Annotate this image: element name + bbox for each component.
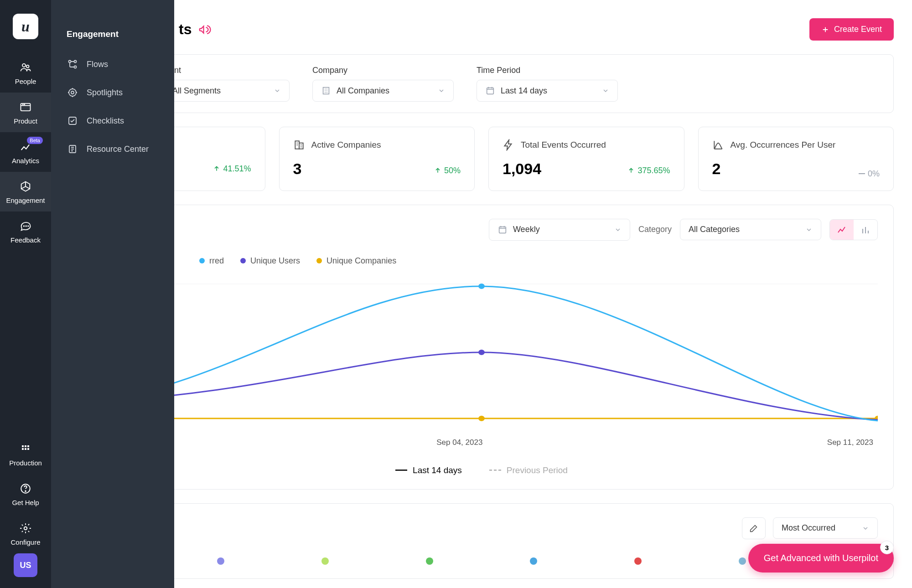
- user-dot[interactable]: [217, 557, 224, 565]
- edit-button[interactable]: [742, 517, 766, 539]
- nav-configure[interactable]: Configure: [0, 514, 51, 553]
- filter-bar: Segment All Segments Company All Compani…: [69, 54, 894, 113]
- feedback-icon: [18, 219, 33, 233]
- period-legend: Last 14 days Previous Period: [85, 465, 878, 475]
- bar-view-button[interactable]: [854, 220, 877, 240]
- building-icon: [321, 86, 331, 96]
- calendar-icon: [497, 225, 508, 235]
- create-event-button[interactable]: Create Event: [809, 18, 894, 41]
- checklists-icon: [67, 115, 78, 127]
- svg-point-16: [24, 527, 27, 530]
- period-label: Time Period: [477, 66, 618, 75]
- help-icon: [18, 481, 33, 496]
- nav-people[interactable]: People: [0, 53, 51, 93]
- svg-point-6: [26, 226, 26, 226]
- svg-point-3: [23, 104, 23, 105]
- category-label: Category: [638, 225, 672, 234]
- category-select[interactable]: All Categories: [680, 219, 821, 240]
- nav-engagement[interactable]: Engagement: [0, 172, 51, 211]
- user-dot[interactable]: [739, 557, 746, 565]
- svg-rect-8: [22, 445, 24, 447]
- svg-rect-13: [27, 448, 29, 450]
- legend-item: Unique Companies: [316, 256, 396, 266]
- chevron-down-icon: [862, 525, 869, 532]
- page-title: ts: [179, 21, 212, 38]
- spotlights-icon: [67, 87, 78, 98]
- flows-icon: [67, 58, 78, 70]
- apps-grid-icon: [18, 442, 33, 456]
- chevron-down-icon: [274, 87, 281, 94]
- stat-cards: 41.51% Active Companies 3 50% Total Even…: [69, 127, 894, 191]
- submenu-resource-center[interactable]: Resource Center: [51, 135, 174, 163]
- svg-point-34: [478, 350, 485, 355]
- stat-change: 50%: [434, 166, 461, 175]
- stat-change: 0%: [859, 169, 880, 179]
- svg-point-17: [69, 61, 71, 63]
- svg-point-1: [26, 65, 29, 68]
- nav-feedback[interactable]: Feedback: [0, 211, 51, 251]
- people-icon: [18, 60, 33, 75]
- company-select[interactable]: All Companies: [312, 80, 454, 102]
- submenu-checklists[interactable]: Checklists: [51, 107, 174, 135]
- user-avatar[interactable]: US: [14, 553, 37, 577]
- submenu-spotlights[interactable]: Spotlights: [51, 78, 174, 107]
- svg-point-4: [24, 104, 25, 105]
- svg-rect-26: [323, 88, 329, 94]
- submenu-flows[interactable]: Flows: [51, 50, 174, 78]
- svg-point-5: [24, 226, 24, 226]
- cta-button[interactable]: Get Advanced with Userpilot: [748, 544, 894, 573]
- plus-icon: [821, 26, 829, 34]
- svg-point-7: [28, 226, 28, 226]
- stat-card-avg-occurrences: Avg. Occurrences Per User 2 0%: [698, 127, 894, 191]
- user-dot[interactable]: [530, 557, 537, 565]
- nav-product[interactable]: Product: [0, 93, 51, 132]
- submenu-title: Engagement: [51, 23, 174, 50]
- company-label: Company: [312, 66, 454, 75]
- chevron-down-icon: [602, 87, 609, 94]
- nav-production[interactable]: Production: [0, 434, 51, 474]
- line-view-button[interactable]: [830, 220, 854, 240]
- megaphone-icon: [198, 23, 212, 36]
- svg-rect-27: [487, 88, 494, 94]
- legend-item: rred: [199, 256, 224, 266]
- period-select[interactable]: Last 14 days: [477, 80, 618, 102]
- svg-point-35: [478, 284, 485, 289]
- chart-panel: Weekly Category All Categories rred: [69, 205, 894, 490]
- cta-badge: 3: [880, 541, 894, 554]
- topbar: ts Create Event: [51, 0, 912, 41]
- svg-point-19: [74, 61, 77, 63]
- calendar-icon: [485, 86, 495, 96]
- svg-rect-12: [25, 448, 26, 450]
- user-dot[interactable]: [634, 557, 642, 565]
- building-icon: [293, 139, 305, 151]
- beta-badge: Beta: [27, 137, 43, 144]
- stat-change: 375.65%: [627, 166, 670, 175]
- nav-help[interactable]: Get Help: [0, 474, 51, 514]
- gear-icon: [18, 521, 33, 536]
- chevron-down-icon: [805, 226, 813, 233]
- svg-point-18: [74, 66, 77, 68]
- stat-card-active-companies: Active Companies 3 50%: [279, 127, 475, 191]
- svg-point-32: [478, 416, 485, 421]
- svg-point-15: [25, 491, 26, 492]
- app-logo[interactable]: u: [13, 14, 38, 39]
- main-content: ts Create Event Segment All Segments: [51, 0, 912, 579]
- chevron-down-icon: [614, 226, 622, 233]
- granularity-select[interactable]: Weekly: [489, 219, 630, 241]
- resource-center-icon: [67, 143, 78, 155]
- product-icon: [18, 100, 33, 114]
- chart-controls: Weekly Category All Categories: [85, 219, 878, 241]
- svg-point-21: [69, 89, 76, 96]
- sort-select[interactable]: Most Occurred: [773, 517, 878, 539]
- engagement-icon: [18, 179, 33, 194]
- stat-card-total-events: Total Events Occurred 1,094 375.65%: [488, 127, 684, 191]
- svg-rect-29: [299, 143, 303, 149]
- user-dot[interactable]: [426, 557, 433, 565]
- nav-analytics[interactable]: Beta Analytics: [0, 132, 51, 172]
- user-dot[interactable]: [321, 557, 329, 565]
- svg-rect-2: [21, 103, 31, 111]
- bolt-icon: [503, 139, 514, 151]
- sidebar-secondary: Engagement Flows Spotlights Checklists R…: [51, 0, 174, 588]
- stat-change: 41.51%: [213, 164, 251, 174]
- chart-area: [85, 275, 878, 434]
